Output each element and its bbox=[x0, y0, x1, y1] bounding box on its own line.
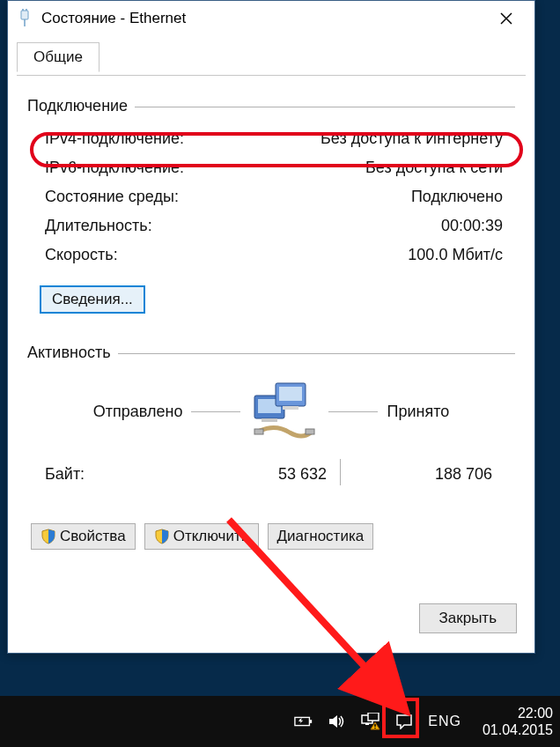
close-icon bbox=[500, 12, 512, 25]
ethernet-status-dialog: Состояние - Ethernet Общие Подключение bbox=[7, 0, 535, 654]
row-ipv6: IPv6-подключение: Без доступа к сети bbox=[41, 153, 506, 182]
taskbar[interactable]: ENG 22:00 01.04.2015 bbox=[0, 696, 560, 747]
diagnose-button[interactable]: Диагностика bbox=[268, 523, 374, 550]
sent-label: Отправлено bbox=[93, 403, 183, 421]
svg-rect-8 bbox=[262, 418, 277, 422]
ipv6-value: Без доступа к сети bbox=[365, 159, 503, 177]
connection-group: Подключение IPv4-подключение: Без доступ… bbox=[27, 97, 515, 321]
activity-group-title: Активность bbox=[27, 344, 118, 362]
received-label: Принято bbox=[387, 403, 449, 421]
action-center-icon[interactable] bbox=[394, 712, 414, 731]
bytes-sent-value: 53 632 bbox=[195, 465, 327, 484]
properties-button[interactable]: Свойства bbox=[31, 523, 136, 550]
details-button[interactable]: Сведения... bbox=[40, 285, 145, 314]
connection-group-title: Подключение bbox=[27, 97, 135, 115]
duration-value: 00:00:39 bbox=[441, 217, 503, 235]
disable-button[interactable]: Отключить bbox=[144, 523, 259, 550]
titlebar[interactable]: Состояние - Ethernet bbox=[8, 1, 534, 36]
svg-rect-0 bbox=[21, 11, 28, 19]
svg-point-20 bbox=[374, 728, 376, 729]
taskbar-date: 01.04.2015 bbox=[483, 721, 553, 738]
svg-rect-15 bbox=[310, 720, 313, 723]
speed-label: Скорость: bbox=[45, 246, 118, 264]
svg-rect-12 bbox=[254, 429, 263, 434]
ipv4-value: Без доступа к Интернету bbox=[321, 129, 503, 148]
svg-rect-13 bbox=[306, 429, 314, 434]
taskbar-time: 22:00 bbox=[518, 705, 553, 721]
bytes-label: Байт: bbox=[45, 465, 195, 484]
diagnose-button-label: Диагностика bbox=[277, 528, 365, 545]
tab-general[interactable]: Общие bbox=[17, 42, 99, 72]
speed-value: 100.0 Мбит/с bbox=[408, 246, 503, 264]
window-close-button[interactable] bbox=[487, 4, 526, 33]
window-title: Состояние - Ethernet bbox=[41, 10, 487, 27]
tabs: Общие bbox=[17, 40, 526, 76]
row-duration: Длительность: 00:00:39 bbox=[41, 211, 506, 240]
activity-group: Активность Отправлено bbox=[27, 344, 515, 500]
battery-icon[interactable] bbox=[294, 712, 313, 731]
ethernet-plug-icon bbox=[17, 8, 33, 29]
language-indicator[interactable]: ENG bbox=[428, 714, 461, 729]
taskbar-clock[interactable]: 22:00 01.04.2015 bbox=[483, 705, 553, 738]
media-state-value: Подключено bbox=[411, 188, 503, 206]
bytes-received-value: 188 706 bbox=[353, 465, 499, 484]
svg-rect-17 bbox=[365, 723, 369, 725]
system-tray: ENG 22:00 01.04.2015 bbox=[294, 705, 553, 738]
shield-icon bbox=[41, 529, 56, 544]
disable-button-label: Отключить bbox=[173, 528, 249, 545]
bytes-row: Байт: 53 632 188 706 bbox=[36, 447, 506, 497]
network-computers-icon bbox=[249, 376, 320, 447]
media-state-label: Состояние среды: bbox=[45, 188, 179, 206]
row-speed: Скорость: 100.0 Мбит/с bbox=[41, 240, 506, 270]
svg-rect-14 bbox=[295, 717, 310, 725]
shield-icon bbox=[154, 529, 170, 544]
svg-rect-10 bbox=[279, 387, 302, 401]
network-warning-icon[interactable] bbox=[361, 712, 380, 731]
close-button[interactable]: Закрыть bbox=[419, 603, 517, 633]
ipv6-label: IPv6-подключение: bbox=[45, 159, 184, 177]
action-buttons: Свойства Отключить Диагностика bbox=[31, 523, 515, 550]
row-media-state: Состояние среды: Подключено bbox=[41, 182, 506, 211]
ipv4-label: IPv4-подключение: bbox=[45, 129, 184, 148]
svg-rect-18 bbox=[368, 713, 379, 721]
svg-rect-11 bbox=[283, 406, 298, 410]
duration-label: Длительность: bbox=[45, 217, 152, 235]
volume-icon[interactable] bbox=[328, 712, 347, 731]
row-ipv4: IPv4-подключение: Без доступа к Интернет… bbox=[41, 124, 506, 153]
properties-button-label: Свойства bbox=[60, 528, 126, 545]
